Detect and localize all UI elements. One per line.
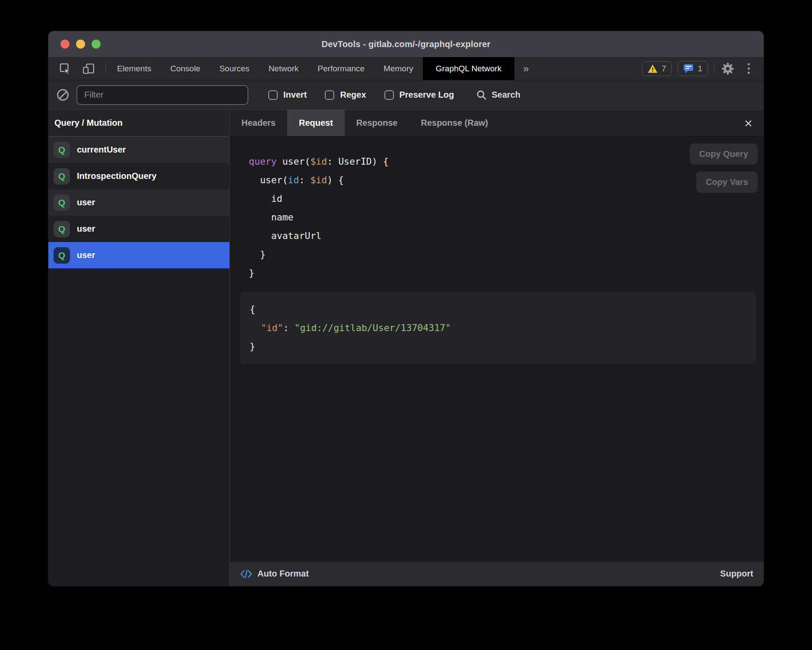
code-line: "id": "gid://gitlab/User/13704317" <box>250 319 746 337</box>
inspect-element-icon[interactable] <box>58 61 73 76</box>
copy-vars-button[interactable]: Copy Vars <box>696 172 758 193</box>
issues-count: 1 <box>698 64 702 73</box>
devtools-toolbar: ElementsConsoleSourcesNetworkPerformance… <box>48 57 764 80</box>
tab-label: Console <box>170 64 200 73</box>
code-token: } <box>249 268 254 278</box>
tab-label: Response (Raw) <box>421 118 488 128</box>
panel-tab-request[interactable]: Request <box>287 110 345 136</box>
search-control[interactable]: Search <box>476 90 520 100</box>
query-name-label: user <box>77 250 95 260</box>
devtools-tab-elements[interactable]: Elements <box>108 57 161 80</box>
query-list: QcurrentUserQIntrospectionQueryQuserQuse… <box>48 137 229 268</box>
code-line: } <box>249 245 764 264</box>
code-line: name <box>249 208 764 226</box>
tab-label: Response <box>356 118 398 128</box>
titlebar: DevTools - gitlab.com/-/graphql-explorer <box>48 31 764 57</box>
code-line: id <box>249 189 764 208</box>
regex-checkbox[interactable]: Regex <box>325 90 366 100</box>
toolbar-divider <box>105 63 106 75</box>
query-list-item-currentuser[interactable]: QcurrentUser <box>48 137 229 163</box>
filter-input[interactable] <box>76 85 248 105</box>
checkbox-box[interactable] <box>325 90 334 100</box>
code-token: name <box>249 212 294 223</box>
request-panel-tabs: HeadersRequestResponseResponse (Raw) × <box>230 110 764 137</box>
close-window-button[interactable] <box>60 40 70 49</box>
code-token: ) { <box>327 175 344 185</box>
filter-checkboxes: InvertRegexPreserve Log <box>268 90 454 100</box>
copy-query-button[interactable]: Copy Query <box>690 143 758 165</box>
query-list-item-user[interactable]: Quser <box>48 242 229 268</box>
tab-label: GraphQL Network <box>436 64 501 73</box>
sidebar-header: Query / Mutation <box>48 110 229 137</box>
filter-bar: InvertRegexPreserve Log Search <box>48 80 764 110</box>
auto-format-button[interactable]: Auto Format <box>240 569 309 579</box>
more-tabs-icon[interactable]: » <box>514 57 537 80</box>
code-line: avatarUrl <box>249 226 764 245</box>
minimize-window-button[interactable] <box>76 40 85 49</box>
query-variables-box: { "id": "gid://gitlab/User/13704317"} <box>240 292 756 364</box>
query-list-item-user[interactable]: Quser <box>48 216 229 242</box>
query-type-badge: Q <box>54 221 70 237</box>
code-line: query user($id: UserID) { <box>249 152 764 171</box>
panel-tab-response-raw[interactable]: Response (Raw) <box>409 110 500 136</box>
code-token: "id" <box>261 322 283 333</box>
maximize-window-button[interactable] <box>92 40 101 49</box>
query-list-item-user[interactable]: Quser <box>48 189 229 216</box>
close-panel-icon[interactable]: × <box>742 116 755 130</box>
code-token: : UserID) { <box>327 156 388 167</box>
code-token: { <box>250 304 255 315</box>
code-token: } <box>249 249 266 260</box>
devtools-tab-graphql-network[interactable]: GraphQL Network <box>423 57 514 80</box>
settings-gear-icon[interactable] <box>720 61 735 76</box>
devtools-tab-sources[interactable]: Sources <box>210 57 259 80</box>
devtools-window: DevTools - gitlab.com/-/graphql-explorer… <box>48 31 764 586</box>
request-tab-content: query user($id: UserID) { user(id: $id) … <box>230 137 764 561</box>
tab-label: Sources <box>219 64 250 73</box>
code-icon <box>240 569 252 579</box>
issues-badge[interactable]: 1 <box>678 61 708 76</box>
checkbox-box[interactable] <box>384 90 394 100</box>
code-token: user( <box>282 156 311 167</box>
query-type-badge: Q <box>54 247 70 264</box>
code-line: { <box>250 300 746 319</box>
warning-icon <box>647 64 658 73</box>
warnings-badge[interactable]: 7 <box>642 61 672 76</box>
code-token: $id <box>310 156 327 167</box>
toolbar-left-icons <box>48 57 108 80</box>
code-token: avatarUrl <box>249 230 321 241</box>
checkbox-label: Preserve Log <box>400 90 454 100</box>
checkbox-box[interactable] <box>268 90 278 100</box>
device-toolbar-icon[interactable] <box>81 61 96 76</box>
toolbar-right: 7 1 <box>642 57 764 80</box>
auto-format-label: Auto Format <box>257 569 309 579</box>
traffic-lights <box>60 40 101 49</box>
query-list-item-introspectionquery[interactable]: QIntrospectionQuery <box>48 163 229 189</box>
clear-filter-icon[interactable] <box>57 89 69 101</box>
preserve-log-checkbox[interactable]: Preserve Log <box>384 90 454 100</box>
devtools-tab-network[interactable]: Network <box>259 57 308 80</box>
panel-tab-response[interactable]: Response <box>345 110 409 136</box>
tab-label: Memory <box>384 64 413 73</box>
invert-checkbox[interactable]: Invert <box>268 90 307 100</box>
toolbar-divider <box>714 63 714 75</box>
devtools-tab-performance[interactable]: Performance <box>308 57 374 80</box>
panel-tab-headers[interactable]: Headers <box>230 110 287 136</box>
code-token: id <box>288 175 299 185</box>
request-panel: HeadersRequestResponseResponse (Raw) × q… <box>230 110 764 586</box>
query-name-label: user <box>77 224 95 234</box>
code-token: $id <box>310 175 327 185</box>
graphql-query-code: query user($id: UserID) { user(id: $id) … <box>230 137 764 282</box>
devtools-tab-console[interactable]: Console <box>161 57 210 80</box>
tab-label: Elements <box>117 64 151 73</box>
devtools-tab-memory[interactable]: Memory <box>374 57 423 80</box>
query-name-label: currentUser <box>77 145 126 155</box>
more-options-icon[interactable] <box>741 61 756 76</box>
tab-label: Network <box>269 64 299 73</box>
window-title: DevTools - gitlab.com/-/graphql-explorer <box>321 39 490 49</box>
support-link[interactable]: Support <box>720 569 753 579</box>
search-icon <box>476 90 487 100</box>
code-line: } <box>249 264 764 282</box>
code-token: : <box>283 322 295 333</box>
code-token: "gid://gitlab/User/13704317" <box>295 322 451 333</box>
message-icon <box>683 64 694 73</box>
